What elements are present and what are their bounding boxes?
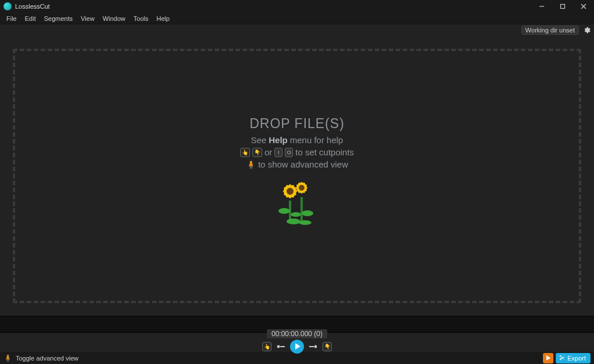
minimize-button[interactable] xyxy=(531,0,552,13)
menu-help[interactable]: Help xyxy=(153,14,174,23)
svg-point-10 xyxy=(299,220,312,225)
advanced-text: to show advanced view xyxy=(258,159,348,169)
svg-point-25 xyxy=(277,345,280,348)
svg-marker-27 xyxy=(295,343,300,350)
drop-help-line: See Help menu for help xyxy=(251,135,343,145)
drop-title: DROP FILE(S) xyxy=(249,116,345,132)
cutpoints-text: to set cutpoints xyxy=(295,147,354,157)
maximize-button[interactable] xyxy=(552,0,573,13)
seek-end-button[interactable]: 👇 xyxy=(323,342,332,351)
menubar: File Edit Segments View Window Tools Hel… xyxy=(0,13,594,24)
working-dir-button[interactable]: Working dir unset xyxy=(521,26,579,35)
toggle-advanced-view[interactable]: 🧍 Toggle advanced view xyxy=(3,354,78,362)
drop-help-pre: See xyxy=(251,135,267,145)
drop-help-bold: Help xyxy=(269,135,288,145)
dropzone[interactable]: DROP FILE(S) See Help menu for help 👆 👇 … xyxy=(13,49,581,303)
play-button[interactable] xyxy=(290,340,304,354)
or-text: or xyxy=(265,147,272,157)
svg-rect-1 xyxy=(561,5,565,9)
seek-start-button[interactable]: 👆 xyxy=(262,342,271,351)
menu-tools[interactable]: Tools xyxy=(129,14,153,23)
export-button[interactable]: Export xyxy=(556,353,591,363)
window-controls xyxy=(531,0,594,13)
svg-point-7 xyxy=(291,212,301,217)
key-i: I xyxy=(274,148,282,157)
menu-window[interactable]: Window xyxy=(99,14,129,23)
svg-point-24 xyxy=(299,185,305,191)
transport-row: 00:00:00.000 (0) 👆 👇 xyxy=(0,333,594,352)
key-o: O xyxy=(285,148,293,157)
svg-rect-5 xyxy=(300,197,303,224)
menu-segments[interactable]: Segments xyxy=(40,14,77,23)
menu-file[interactable]: File xyxy=(2,14,21,23)
drop-cutpoints-line: 👆 👇 or I O to set cutpoints xyxy=(240,147,354,157)
play-icon xyxy=(546,355,551,361)
drop-help-post: menu for help xyxy=(290,135,343,145)
hand-down-icon: 👇 xyxy=(252,148,262,157)
hand-up-icon: 👆 xyxy=(240,148,250,157)
svg-rect-26 xyxy=(280,346,285,347)
export-label: Export xyxy=(567,355,586,362)
person-icon: 🧍 xyxy=(3,354,12,362)
gear-icon xyxy=(582,26,591,34)
app-icon xyxy=(3,2,12,10)
sunflower-illustration xyxy=(276,179,318,226)
svg-point-29 xyxy=(314,345,317,348)
transport-controls: 👆 👇 xyxy=(262,340,332,354)
menu-view[interactable]: View xyxy=(77,14,99,23)
svg-point-6 xyxy=(278,208,290,214)
svg-point-17 xyxy=(287,188,294,195)
toggle-advanced-label: Toggle advanced view xyxy=(16,355,78,362)
titlebar: LosslessCut xyxy=(0,0,594,13)
svg-marker-30 xyxy=(546,355,550,361)
app-title: LosslessCut xyxy=(15,3,50,10)
person-icon: 🧍 xyxy=(246,160,256,169)
drop-advanced-line: 🧍 to show advanced view xyxy=(246,159,348,169)
next-keyframe-button[interactable] xyxy=(309,342,318,351)
menu-edit[interactable]: Edit xyxy=(21,14,40,23)
export-group: Export xyxy=(543,353,591,363)
main-area: DROP FILE(S) See Help menu for help 👆 👇 … xyxy=(0,36,594,316)
top-toolbar: Working dir unset xyxy=(0,24,594,36)
svg-point-8 xyxy=(302,210,313,216)
svg-point-9 xyxy=(287,219,300,224)
export-preview-button[interactable] xyxy=(543,353,553,363)
prev-keyframe-button[interactable] xyxy=(276,342,285,351)
bottom-bar: 🧍 Toggle advanced view Export xyxy=(0,352,594,364)
settings-button[interactable] xyxy=(581,25,592,35)
close-button[interactable] xyxy=(573,0,594,13)
svg-rect-28 xyxy=(309,346,314,347)
scissors-icon xyxy=(559,355,565,361)
timecode[interactable]: 00:00:00.000 (0) xyxy=(267,329,327,338)
